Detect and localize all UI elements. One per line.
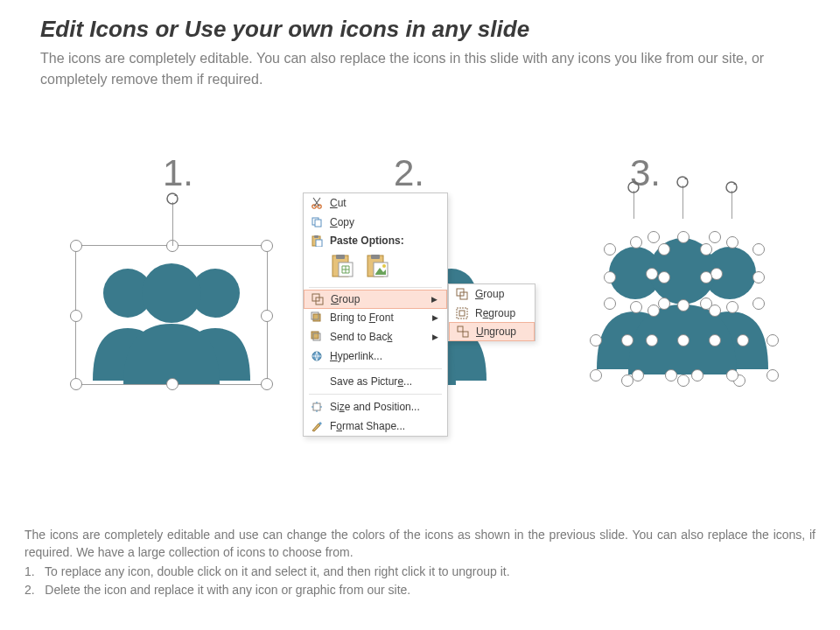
rotate-handle[interactable] — [724, 180, 738, 194]
rotate-connector — [682, 186, 683, 219]
resize-handle[interactable] — [604, 298, 616, 310]
svg-point-26 — [382, 264, 386, 268]
step-number: 2. — [24, 583, 35, 597]
resize-handle[interactable] — [604, 271, 616, 284]
resize-handle[interactable] — [726, 369, 738, 382]
menu-separator — [309, 368, 442, 369]
svg-rect-18 — [314, 235, 318, 238]
resize-handle[interactable] — [648, 304, 660, 317]
resize-handle[interactable] — [709, 334, 721, 346]
menu-item-format-shape[interactable]: Format Shape... — [304, 416, 447, 436]
resize-handle[interactable] — [700, 271, 712, 284]
paste-options-row — [304, 249, 447, 284]
rotate-handle[interactable] — [676, 175, 690, 189]
resize-handle[interactable] — [658, 271, 670, 284]
resize-handle[interactable] — [646, 268, 658, 280]
regroup-icon — [454, 306, 470, 320]
menu-item-bring-to-front[interactable]: Bring to Front ▶ — [304, 308, 447, 327]
step-text: To replace any icon, double click on it … — [45, 564, 510, 578]
resize-handle[interactable] — [710, 268, 723, 280]
bottom-instructions: The icons are completely editable and us… — [0, 526, 840, 598]
resize-handle[interactable] — [261, 310, 273, 322]
svg-rect-29 — [313, 314, 320, 321]
resize-handle[interactable] — [700, 243, 712, 256]
menu-item-group[interactable]: Group ▶ — [304, 290, 447, 309]
resize-handle[interactable] — [658, 243, 670, 256]
menu-label: Cut — [330, 197, 346, 209]
submenu-label: Regroup — [475, 307, 515, 319]
resize-handle[interactable] — [752, 298, 765, 310]
resize-handle[interactable] — [726, 236, 738, 248]
resize-handle[interactable] — [70, 310, 82, 322]
resize-handle[interactable] — [677, 299, 690, 312]
menu-item-send-to-back[interactable]: Send to Back ▶ — [304, 327, 447, 346]
svg-rect-19 — [316, 240, 322, 247]
resize-handle[interactable] — [261, 378, 273, 390]
resize-handle[interactable] — [621, 374, 634, 387]
menu-label: Size and Position... — [330, 401, 420, 413]
resize-handle[interactable] — [677, 374, 690, 387]
resize-handle[interactable] — [648, 231, 660, 243]
resize-handle[interactable] — [70, 378, 82, 390]
paste-option-keep-formatting[interactable] — [330, 253, 356, 279]
bring-front-icon — [309, 311, 325, 325]
submenu-label: Ungroup — [476, 326, 516, 338]
resize-handle[interactable] — [166, 378, 178, 390]
submenu-arrow-icon: ▶ — [419, 295, 438, 304]
submenu-item-group[interactable]: Group — [449, 284, 535, 304]
submenu-item-regroup[interactable]: Regroup — [449, 304, 535, 323]
resize-handle[interactable] — [752, 243, 765, 256]
rotate-handle[interactable] — [626, 180, 640, 194]
submenu-label: Group — [475, 288, 504, 300]
resize-handle[interactable] — [590, 334, 602, 346]
menu-label: Group — [331, 293, 360, 305]
page-title: Edit Icons or Use your own icons in any … — [0, 0, 840, 43]
submenu-item-ungroup[interactable]: Ungroup — [449, 322, 535, 341]
paste-icon — [309, 234, 325, 248]
selection-box-1[interactable] — [75, 245, 268, 385]
svg-rect-37 — [457, 308, 467, 318]
menu-label: Hyperlink... — [330, 350, 382, 362]
resize-handle[interactable] — [677, 334, 690, 346]
svg-rect-21 — [336, 255, 345, 259]
resize-handle[interactable] — [590, 369, 602, 382]
paste-option-picture[interactable] — [365, 253, 391, 279]
submenu-arrow-icon: ▶ — [420, 332, 438, 341]
menu-item-copy[interactable]: Copy — [304, 213, 447, 232]
menu-item-size-position[interactable]: Size and Position... — [304, 397, 447, 416]
menu-item-save-as-picture[interactable]: Save as Picture... — [304, 372, 447, 391]
resize-handle[interactable] — [630, 301, 642, 313]
menu-label: Format Shape... — [330, 420, 405, 432]
resize-handle[interactable] — [677, 231, 690, 243]
resize-handle[interactable] — [261, 240, 273, 252]
resize-handle[interactable] — [70, 240, 82, 252]
menu-label: Paste Options: — [330, 234, 404, 247]
resize-handle[interactable] — [691, 369, 704, 382]
resize-handle[interactable] — [630, 236, 642, 248]
resize-handle[interactable] — [646, 334, 658, 346]
menu-item-hyperlink[interactable]: Hyperlink... — [304, 346, 447, 366]
group-submenu: Group Regroup Ungroup — [448, 284, 536, 341]
blank-icon — [309, 374, 325, 388]
resize-handle[interactable] — [766, 334, 779, 346]
resize-handle[interactable] — [726, 301, 738, 313]
resize-handle[interactable] — [709, 231, 721, 243]
resize-handle[interactable] — [658, 298, 670, 310]
resize-handle[interactable] — [737, 334, 749, 346]
resize-handle[interactable] — [766, 369, 779, 382]
resize-handle[interactable] — [632, 369, 644, 382]
resize-handle[interactable] — [621, 334, 634, 346]
svg-rect-40 — [463, 332, 468, 337]
rotate-handle[interactable] — [165, 192, 179, 206]
svg-rect-24 — [371, 255, 380, 259]
menu-label: Bring to Front — [330, 312, 394, 324]
cut-icon — [309, 196, 325, 210]
resize-handle[interactable] — [604, 243, 616, 256]
resize-handle[interactable] — [665, 369, 677, 382]
menu-item-cut[interactable]: Cut — [304, 193, 447, 213]
resize-handle[interactable] — [700, 298, 712, 310]
submenu-arrow-icon: ▶ — [420, 313, 438, 322]
group-icon — [310, 292, 326, 306]
rotate-connector — [172, 202, 173, 246]
resize-handle[interactable] — [752, 271, 765, 284]
